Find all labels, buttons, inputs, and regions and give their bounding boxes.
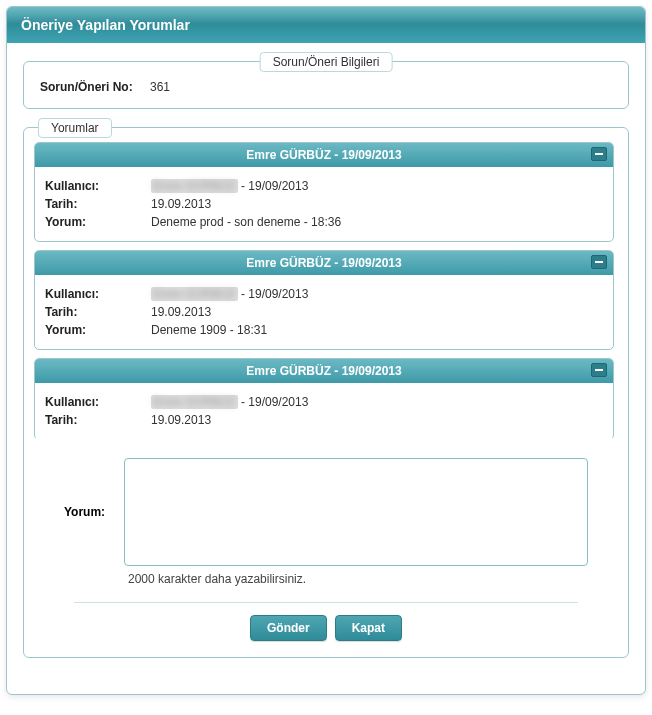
comment-text-label: Yorum: <box>45 323 141 337</box>
info-row: Sorun/Öneri No: 361 <box>40 80 612 94</box>
comment-user-date: - 19/09/2013 <box>238 287 309 301</box>
comment-date-value: 19.09.2013 <box>141 413 211 427</box>
comment-date-value: 19.09.2013 <box>141 197 211 211</box>
separator <box>74 602 578 603</box>
comment-text-value: Deneme prod - son deneme - 18:36 <box>141 215 341 229</box>
comment-user-value: Emre GÜRBÜZ - 19/09/2013 <box>141 287 308 301</box>
comment-user-date: - 19/09/2013 <box>238 179 309 193</box>
comments-legend: Yorumlar <box>38 118 112 138</box>
button-row: Gönder Kapat <box>34 615 618 641</box>
compose-label: Yorum: <box>64 505 124 519</box>
comment-user-label: Kullanıcı: <box>45 395 141 409</box>
collapse-icon[interactable] <box>591 363 607 377</box>
comments-scroll-wrap: Emre GÜRBÜZ - 19/09/2013Kullanıcı:Emre G… <box>34 142 618 438</box>
comment-text-value: Deneme 1909 - 18:31 <box>141 323 267 337</box>
comments-fieldset: Yorumlar Emre GÜRBÜZ - 19/09/2013Kullanı… <box>23 127 629 658</box>
comment-user-blurred: Emre GÜRBÜZ <box>151 287 238 301</box>
comment-user-value: Emre GÜRBÜZ - 19/09/2013 <box>141 179 308 193</box>
comment-body: Kullanıcı:Emre GÜRBÜZ - 19/09/2013Tarih:… <box>35 383 613 438</box>
comment-date-label: Tarih: <box>45 197 141 211</box>
comment-body: Kullanıcı:Emre GÜRBÜZ - 19/09/2013Tarih:… <box>35 275 613 349</box>
comment-panel: Emre GÜRBÜZ - 19/09/2013Kullanıcı:Emre G… <box>34 250 614 350</box>
comment-date-label: Tarih: <box>45 305 141 319</box>
info-no-label: Sorun/Öneri No: <box>40 80 140 94</box>
comment-user-blurred: Emre GÜRBÜZ <box>151 179 238 193</box>
comment-user-value: Emre GÜRBÜZ - 19/09/2013 <box>141 395 308 409</box>
send-button[interactable]: Gönder <box>250 615 327 641</box>
comment-header-text: Emre GÜRBÜZ - 19/09/2013 <box>246 256 401 270</box>
dialog-title: Öneriye Yapılan Yorumlar <box>21 17 190 33</box>
collapse-icon[interactable] <box>591 255 607 269</box>
dialog-window: Öneriye Yapılan Yorumlar Sorun/Öneri Bil… <box>6 6 646 695</box>
info-no-value: 361 <box>140 80 170 94</box>
comment-header[interactable]: Emre GÜRBÜZ - 19/09/2013 <box>35 359 613 383</box>
compose-row: Yorum: <box>34 458 618 566</box>
comment-user-label: Kullanıcı: <box>45 287 141 301</box>
comment-user-date: - 19/09/2013 <box>238 395 309 409</box>
comment-date-value: 19.09.2013 <box>141 305 211 319</box>
collapse-icon[interactable] <box>591 147 607 161</box>
comment-user-blurred: Emre GÜRBÜZ <box>151 395 238 409</box>
comment-user-label: Kullanıcı: <box>45 179 141 193</box>
comment-panel: Emre GÜRBÜZ - 19/09/2013Kullanıcı:Emre G… <box>34 142 614 242</box>
info-legend: Sorun/Öneri Bilgileri <box>260 52 393 72</box>
info-fieldset: Sorun/Öneri Bilgileri Sorun/Öneri No: 36… <box>23 61 629 109</box>
comment-body: Kullanıcı:Emre GÜRBÜZ - 19/09/2013Tarih:… <box>35 167 613 241</box>
comment-header[interactable]: Emre GÜRBÜZ - 19/09/2013 <box>35 143 613 167</box>
dialog-titlebar: Öneriye Yapılan Yorumlar <box>7 7 645 43</box>
comment-header-text: Emre GÜRBÜZ - 19/09/2013 <box>246 148 401 162</box>
char-count-hint: 2000 karakter daha yazabilirsiniz. <box>98 572 618 586</box>
dialog-body: Sorun/Öneri Bilgileri Sorun/Öneri No: 36… <box>7 43 645 694</box>
close-button[interactable]: Kapat <box>335 615 402 641</box>
comment-date-label: Tarih: <box>45 413 141 427</box>
comment-header-text: Emre GÜRBÜZ - 19/09/2013 <box>246 364 401 378</box>
comment-header[interactable]: Emre GÜRBÜZ - 19/09/2013 <box>35 251 613 275</box>
comment-text-label: Yorum: <box>45 215 141 229</box>
comment-textarea[interactable] <box>124 458 588 566</box>
comments-scroll-area[interactable]: Emre GÜRBÜZ - 19/09/2013Kullanıcı:Emre G… <box>34 142 618 438</box>
comment-panel: Emre GÜRBÜZ - 19/09/2013Kullanıcı:Emre G… <box>34 358 614 438</box>
